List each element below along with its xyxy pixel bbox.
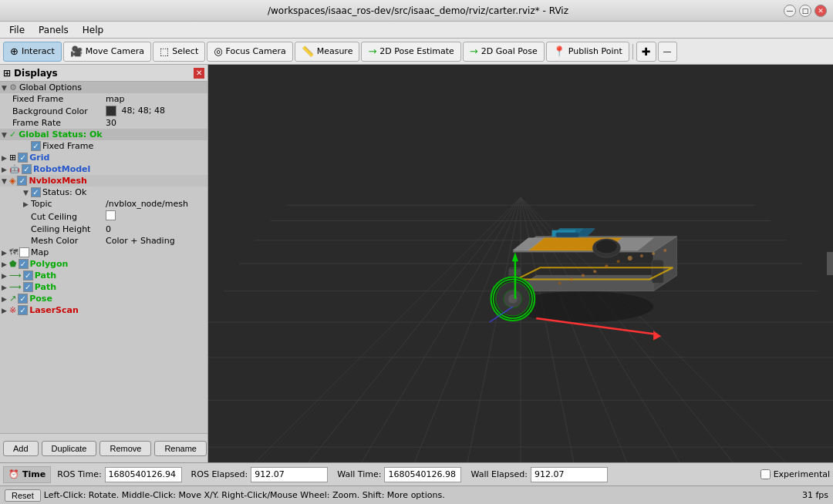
right-resize-handle[interactable]	[827, 252, 833, 275]
focus-camera-button[interactable]: ◎ Focus Camera	[207, 42, 292, 62]
path2-arrow: ▶	[2, 284, 9, 291]
path1-checkbox[interactable]: ✓	[23, 270, 33, 281]
2d-goal-label: 2D Goal Pose	[481, 46, 538, 56]
poly-checkbox[interactable]: ✓	[19, 259, 29, 269]
ff-checkbox[interactable]: ✓	[31, 141, 41, 151]
clock-icon: ⏰	[8, 469, 19, 479]
displays-header: ⊞ Displays ✕	[0, 65, 207, 82]
add-display-button[interactable]: ✚	[636, 42, 656, 62]
ros-elapsed-field: ROS Elapsed: 912.07	[191, 467, 329, 482]
grid-row[interactable]: ▶ ⊞ ✓ Grid	[0, 152, 207, 163]
fixed-frame-status-row[interactable]: ✓ Fixed Frame	[0, 140, 207, 152]
rm-arrow: ▶	[2, 166, 9, 173]
add-button[interactable]: Add	[3, 441, 39, 456]
remove-button[interactable]: Remove	[99, 441, 151, 456]
cut-ceiling-value	[106, 210, 206, 223]
pose-label: Pose	[29, 294, 206, 304]
ns-checkbox[interactable]: ✓	[31, 187, 41, 197]
global-status-header[interactable]: ▼ ✓ Global Status: Ok	[0, 129, 207, 140]
focus-icon: ◎	[214, 45, 222, 57]
pose-checkbox[interactable]: ✓	[18, 294, 28, 304]
camera-snap-button[interactable]: —	[658, 42, 677, 62]
select-button[interactable]: ⬚ Select	[153, 42, 205, 62]
polygon-row[interactable]: ▶ ⬟ ✓ Polygon	[0, 258, 207, 270]
title-bar: /workspaces/isaac_ros-dev/src/isaac_demo…	[0, 0, 833, 22]
laser-scan-row[interactable]: ▶ ※ ✓ LaserScan	[0, 304, 207, 316]
nvblox-checkbox[interactable]: ✓	[17, 176, 27, 186]
fixed-frame-row[interactable]: Fixed Frame map	[0, 93, 207, 105]
map-checkbox[interactable]	[19, 247, 29, 257]
laser-checkbox[interactable]: ✓	[18, 305, 28, 315]
path2-label: Path	[35, 282, 206, 292]
nvblox-arrow: ▼	[2, 177, 9, 185]
move-camera-label: Move Camera	[86, 46, 144, 56]
cut-ceiling-row[interactable]: Cut Ceiling	[0, 210, 207, 223]
displays-tree[interactable]: ▼ ⚙ Global Options Fixed Frame map Backg…	[0, 82, 207, 433]
focus-camera-label: Focus Camera	[226, 46, 286, 56]
pose-icon: ↗	[9, 294, 16, 304]
robot-model-row[interactable]: ▶ 🤖 ✓ RobotModel	[0, 163, 207, 175]
svg-point-50	[582, 274, 585, 277]
path2-row[interactable]: ▶ ⟶ ✓ Path	[0, 281, 207, 293]
ros-elapsed-value: 912.07	[251, 467, 328, 482]
path2-checkbox[interactable]: ✓	[23, 282, 33, 292]
pose-row[interactable]: ▶ ↗ ✓ Pose	[0, 293, 207, 304]
wall-time-label: Wall Time:	[337, 469, 381, 479]
3d-scene	[208, 65, 833, 462]
publish-point-label: Publish Point	[568, 46, 622, 56]
menu-help[interactable]: Help	[76, 23, 110, 37]
minimize-button[interactable]: —	[784, 5, 796, 17]
expand-arrow: ▼	[2, 84, 9, 92]
cut-ceiling-checkbox[interactable]	[106, 210, 116, 220]
mesh-color-label: Mesh Color	[31, 236, 106, 246]
3d-viewport[interactable]: ⋮	[208, 65, 833, 462]
ceiling-height-row[interactable]: Ceiling Height 0	[0, 223, 207, 235]
rename-button[interactable]: Rename	[154, 441, 207, 456]
ceiling-height-value: 0	[106, 224, 206, 234]
background-color-value: 48; 48; 48	[106, 106, 206, 116]
wall-elapsed-label: Wall Elapsed:	[470, 469, 527, 479]
camera-icon: 🎥	[70, 45, 83, 57]
toolbar: ⊕ Interact 🎥 Move Camera ⬚ Select ◎ Focu…	[0, 39, 833, 65]
nvblox-status-row[interactable]: ▼ ✓ Status: Ok	[0, 186, 207, 198]
menu-panels[interactable]: Panels	[32, 23, 75, 37]
path1-row[interactable]: ▶ ⟶ ✓ Path	[0, 270, 207, 281]
measure-icon: 📏	[302, 45, 314, 57]
window-controls[interactable]: — □ ✕	[784, 5, 827, 17]
menu-file[interactable]: File	[3, 23, 31, 37]
status-bar: Reset Left-Click: Rotate. Middle-Click: …	[0, 486, 833, 504]
move-camera-button[interactable]: 🎥 Move Camera	[63, 42, 151, 62]
experimental-checkbox[interactable]	[760, 469, 771, 479]
experimental-label: Experimental	[774, 469, 830, 479]
grid-checkbox[interactable]: ✓	[18, 153, 28, 163]
map-label: Map	[31, 247, 206, 257]
interact-button[interactable]: ⊕ Interact	[3, 42, 62, 62]
global-options-header[interactable]: ▼ ⚙ Global Options	[0, 82, 207, 93]
reset-button[interactable]: Reset	[5, 489, 41, 502]
mesh-color-row[interactable]: Mesh Color Color + Shading	[0, 235, 207, 247]
background-color-row[interactable]: Background Color 48; 48; 48	[0, 105, 207, 117]
poly-arrow: ▶	[2, 260, 9, 268]
map-icon: 🗺	[9, 247, 18, 257]
displays-close-button[interactable]: ✕	[194, 68, 204, 79]
wall-elapsed-value: 912.07	[531, 467, 608, 482]
frame-rate-row[interactable]: Frame Rate 30	[0, 117, 207, 129]
maximize-button[interactable]: □	[799, 5, 811, 17]
2d-pose-button[interactable]: → 2D Pose Estimate	[361, 42, 460, 62]
rm-checkbox[interactable]: ✓	[22, 164, 32, 174]
nvblox-topic-row[interactable]: ▶ Topic /nvblox_node/mesh	[0, 198, 207, 210]
select-label: Select	[172, 46, 198, 56]
frame-rate-label: Frame Rate	[12, 118, 106, 128]
path1-arrow: ▶	[2, 272, 9, 280]
2d-goal-button[interactable]: → 2D Goal Pose	[463, 42, 545, 62]
duplicate-button[interactable]: Duplicate	[42, 441, 97, 456]
global-options-label: Global Options	[19, 82, 206, 92]
fixed-frame-value: map	[106, 94, 206, 104]
nvblox-mesh-row[interactable]: ▼ ◈ ✓ NvbloxMesh	[0, 175, 207, 186]
measure-button[interactable]: 📏 Measure	[295, 42, 360, 62]
close-button[interactable]: ✕	[814, 5, 827, 17]
publish-point-button[interactable]: 📍 Publish Point	[546, 42, 629, 62]
laser-icon: ※	[9, 305, 16, 315]
map-row[interactable]: ▶ 🗺 Map	[0, 247, 207, 258]
robot-model-icon: 🤖	[9, 164, 20, 174]
